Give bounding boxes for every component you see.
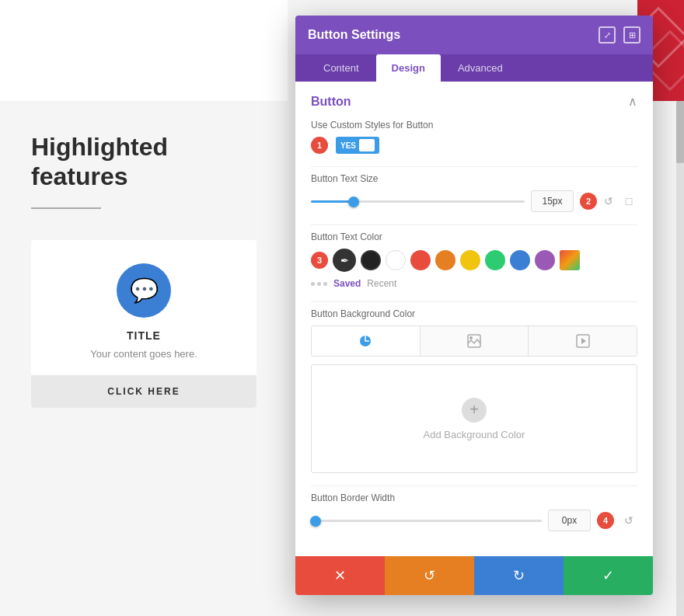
color-dots (311, 282, 327, 286)
divider-3 (311, 301, 637, 302)
recent-label[interactable]: Recent (367, 278, 396, 289)
feature-desc: Your content goes here. (47, 348, 241, 360)
add-bg-color-area: + Add Background Color (311, 364, 637, 473)
modal-title: Button Settings (308, 28, 400, 42)
dot-3 (323, 282, 327, 286)
use-custom-styles-row: Use Custom Styles for Button 1 YES (311, 120, 637, 154)
color-blue[interactable] (510, 250, 530, 270)
eyedropper-icon[interactable]: ✒ (333, 249, 356, 272)
modal-header-icons: ⤢ ⊞ (598, 26, 640, 44)
text-color-label: Button Text Color (311, 231, 637, 242)
feature-icon-circle: 💬 (117, 263, 171, 318)
border-width-row: Button Border Width 0px 4 ↺ (311, 492, 637, 531)
slider-track (311, 200, 525, 203)
feature-card: 💬 TITLE Your content goes here. CLICK HE… (31, 240, 256, 408)
left-content-area: Highlighted features 💬 TITLE Your conten… (0, 101, 288, 616)
bg-color-label: Button Background Color (311, 308, 637, 319)
color-purple[interactable] (535, 250, 555, 270)
divider-4 (311, 485, 637, 486)
toggle-handle (359, 139, 375, 151)
text-size-value[interactable]: 15px (531, 190, 574, 212)
slider-thumb[interactable] (348, 197, 359, 207)
color-black[interactable] (361, 250, 381, 270)
grid-icon[interactable]: ⊞ (623, 26, 640, 44)
svg-point-2 (469, 336, 473, 339)
title-divider (31, 207, 101, 209)
collapse-icon[interactable]: ∧ (628, 94, 637, 109)
modal-footer: ✕ ↺ ↻ ✓ (295, 556, 653, 595)
color-saved-row: Saved Recent (311, 278, 637, 289)
bg-color-tabs (311, 325, 637, 357)
add-bg-color-button[interactable]: + (462, 398, 487, 423)
border-slider-row: 0px 4 ↺ (311, 510, 637, 531)
slider-fill (311, 200, 354, 203)
use-custom-styles-label: Use Custom Styles for Button (311, 120, 637, 131)
dot-1 (311, 282, 315, 286)
modal-header: Button Settings ⤢ ⊞ (295, 16, 653, 54)
feature-title: TITLE (47, 329, 241, 342)
reset-text-size-icon[interactable]: ↺ (600, 193, 617, 210)
step-badge-2: 2 (580, 193, 597, 210)
color-green[interactable] (485, 250, 505, 270)
side-scrollbar[interactable] (676, 101, 684, 616)
redo-button[interactable]: ↻ (474, 556, 564, 595)
border-slider-track (311, 520, 542, 522)
color-yellow[interactable] (460, 250, 480, 270)
modal-body: Button ∧ Use Custom Styles for Button 1 … (295, 82, 653, 556)
reset-button[interactable]: ↺ (385, 556, 474, 595)
step-badge-1: 1 (311, 137, 328, 154)
saved-label[interactable]: Saved (333, 278, 361, 289)
mobile-icon[interactable]: □ (620, 193, 637, 210)
slider-icons: 2 ↺ □ (580, 193, 637, 210)
border-width-value[interactable]: 0px (548, 510, 591, 531)
text-size-label: Button Text Size (311, 173, 637, 184)
text-color-row: Button Text Color 3 ✒ (311, 231, 637, 289)
click-here-button[interactable]: CLICK HERE (31, 375, 256, 408)
border-width-label: Button Border Width (311, 492, 637, 503)
page-title: Highlighted features (31, 132, 256, 192)
toggle-label: YES (340, 141, 356, 150)
color-gradient[interactable] (560, 250, 580, 270)
settings-section: Button ∧ Use Custom Styles for Button 1 … (295, 82, 653, 556)
bg-tab-image[interactable] (421, 326, 529, 356)
confirm-button[interactable]: ✓ (564, 556, 653, 595)
reset-border-icon[interactable]: ↺ (620, 512, 637, 529)
button-settings-modal: Button Settings ⤢ ⊞ Content Design Advan… (295, 16, 653, 595)
color-red[interactable] (410, 250, 431, 270)
chat-icon: 💬 (130, 277, 159, 304)
divider-2 (311, 224, 637, 225)
modal-tabs: Content Design Advanced (295, 54, 653, 82)
tab-advanced[interactable]: Advanced (442, 54, 518, 82)
border-slider-thumb[interactable] (310, 516, 321, 527)
svg-marker-4 (581, 338, 586, 344)
top-white-area (0, 0, 288, 101)
text-size-row: Button Text Size 15px 2 ↺ □ (311, 173, 637, 212)
bg-color-row: Button Background Color + Add Background… (311, 308, 637, 473)
add-bg-label: Add Background Color (424, 429, 525, 440)
toggle-row: 1 YES (311, 137, 637, 154)
section-title: Button (311, 95, 351, 109)
tab-design[interactable]: Design (376, 54, 441, 82)
text-size-slider-row: 15px 2 ↺ □ (311, 190, 637, 212)
toggle-switch[interactable]: YES (336, 137, 379, 154)
expand-icon[interactable]: ⤢ (598, 26, 616, 44)
step-badge-4: 4 (597, 512, 614, 529)
divider-1 (311, 166, 637, 167)
bg-tab-solid[interactable] (312, 326, 421, 356)
bg-tab-video[interactable] (529, 326, 637, 356)
color-swatches-row: 3 ✒ (311, 249, 637, 272)
text-size-slider[interactable] (311, 193, 525, 209)
border-width-slider[interactable] (311, 513, 542, 528)
dot-2 (317, 282, 321, 286)
section-header: Button ∧ (311, 94, 637, 109)
step-badge-3: 3 (311, 252, 328, 269)
cancel-button[interactable]: ✕ (295, 556, 385, 595)
scrollbar-thumb[interactable] (676, 101, 684, 163)
color-orange[interactable] (435, 250, 455, 270)
tab-content[interactable]: Content (308, 54, 375, 82)
color-white[interactable] (386, 250, 406, 270)
